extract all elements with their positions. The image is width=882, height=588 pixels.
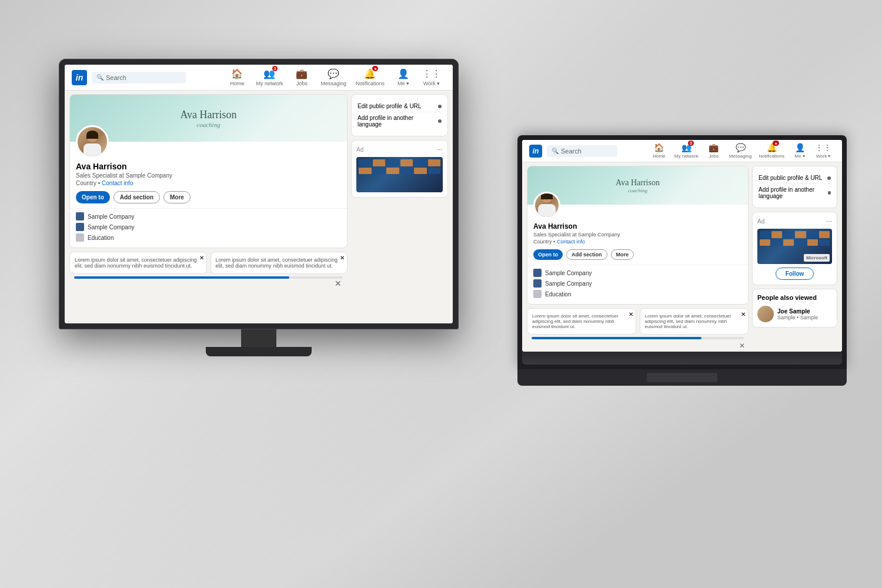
people-title-laptop: People also viewed [757, 294, 832, 301]
close-button-desktop[interactable]: ✕ [333, 279, 343, 288]
nav-home-laptop[interactable]: 🏠 Home [647, 141, 671, 161]
nav-notifications-desktop[interactable]: 🔔● Notifications [351, 66, 389, 89]
people-item-1-laptop[interactable]: Joe Sample Sample • Sample [757, 306, 832, 322]
contact-info-link-desktop[interactable]: Contact info [102, 180, 133, 186]
add-language-item-desktop[interactable]: Add profile in another language [358, 112, 442, 130]
nav-jobs-laptop[interactable]: 💼 Jobs [702, 141, 726, 161]
me-icon-laptop: 👤 [795, 143, 805, 152]
nav-jobs-label-desktop: Jobs [296, 81, 308, 86]
cover-name-desktop: Ava Harrison [180, 109, 236, 121]
left-panel-desktop: Ava Harrison coaching [69, 94, 348, 293]
exp-icon-1-desktop [76, 212, 84, 220]
people-name-1-laptop: Joe Sample [777, 308, 818, 315]
laptop-device: in 🔍 Search 🏠 Home 👥3 [517, 135, 847, 386]
ad-card-laptop: Ad ··· [752, 212, 837, 285]
avatar-hair-laptop [541, 192, 553, 199]
nav-home-desktop[interactable]: 🏠 Home [223, 66, 251, 89]
search-icon-desktop: 🔍 [96, 74, 103, 81]
edit-profile-item-laptop[interactable]: Edit public profile & URL [759, 172, 831, 184]
nav-me-laptop[interactable]: 👤 Me ▾ [788, 141, 811, 161]
search-text-laptop: Search [561, 148, 582, 155]
avatar-desktop [76, 125, 109, 158]
edit-profile-item-desktop[interactable]: Edit public profile & URL [358, 101, 442, 112]
nav-me-desktop[interactable]: 👤 Me ▾ [389, 66, 417, 89]
experience-items-desktop: Sample Company Sample Company Education [70, 208, 347, 248]
cover-name-laptop: Ava Harrison [616, 178, 660, 188]
right-panel-desktop: Edit public profile & URL Add profile in… [351, 94, 448, 293]
notifications-icon-desktop: 🔔● [364, 68, 376, 79]
info-card-1-desktop: Lorem ipsum dolor sit amet, consectetuer… [69, 252, 207, 274]
ad-dots-menu-desktop[interactable]: ··· [437, 145, 443, 153]
linkedin-logo-desktop[interactable]: in [72, 70, 87, 85]
laptop-touchpad[interactable] [647, 373, 717, 382]
nav-messaging-label-desktop: Messaging [320, 81, 346, 86]
nav-work-laptop[interactable]: ⋮⋮ Work ▾ [811, 141, 835, 161]
add-language-item-laptop[interactable]: Add profile in another language [759, 184, 831, 202]
info-card-1-close-desktop[interactable]: ✕ [199, 255, 204, 261]
add-section-button-desktop[interactable]: Add section [113, 191, 160, 203]
follow-button-laptop[interactable]: Follow [776, 268, 814, 280]
exp-icon-3-laptop [533, 290, 542, 298]
search-bar-laptop[interactable]: 🔍 Search [547, 145, 617, 157]
open-to-button-laptop[interactable]: Open to [533, 249, 563, 260]
scrollbar-thumb-laptop [532, 337, 701, 339]
profile-title-laptop: Sales Specialist at Sample Company [533, 232, 742, 238]
exp-text-2-laptop: Sample Company [545, 280, 592, 287]
laptop-lid: in 🔍 Search 🏠 Home 👥3 [517, 135, 847, 369]
add-section-button-laptop[interactable]: Add section [566, 249, 607, 260]
ad-label-laptop: Ad [757, 218, 764, 225]
people-avatar-1-laptop [757, 306, 774, 322]
info-card-1-close-laptop[interactable]: ✕ [629, 311, 633, 318]
exp-item-1-desktop: Sample Company [76, 212, 341, 220]
nav-network-laptop[interactable]: 👥3 My network [671, 141, 702, 161]
linkedin-page-laptop: in 🔍 Search 🏠 Home 👥3 [522, 140, 842, 352]
linkedin-logo-laptop[interactable]: in [529, 145, 542, 158]
info-card-2-text-laptop: Lorem ipsum dolor sit amet, consectetuer… [645, 313, 731, 329]
profile-buttons-laptop: Open to Add section More [533, 249, 742, 260]
contact-info-link-laptop[interactable]: Contact info [557, 239, 585, 245]
add-language-text-laptop: Add profile in another language [759, 186, 828, 199]
content-area-laptop: Ava Harrison coaching [522, 162, 842, 352]
profile-title-desktop: Sales Specialist at Sample Company [76, 172, 341, 179]
nav-messaging-laptop[interactable]: 💬 Messaging [726, 141, 756, 161]
nav-notifications-label-laptop: Notifications [759, 153, 784, 159]
ad-image-laptop: Microsoft [757, 229, 832, 264]
info-card-1-text-desktop: Lorem ipsum dolor sit amet, consectetuer… [75, 257, 197, 269]
nav-messaging-desktop[interactable]: 💬 Messaging [316, 66, 351, 89]
nav-network-label-laptop: My network [674, 153, 699, 159]
nav-jobs-desktop[interactable]: 💼 Jobs [288, 66, 316, 89]
profile-name-desktop: Ava Harrison [76, 162, 341, 171]
nav-network-desktop[interactable]: 👥3 My network [251, 66, 288, 89]
exp-item-1-laptop: Sample Company [533, 269, 742, 277]
ad-dots-menu-laptop[interactable]: ··· [826, 217, 832, 225]
more-button-desktop[interactable]: More [163, 191, 191, 203]
linkedin-page-desktop: in 🔍 Search 🏠 Home 👥3 [65, 65, 453, 323]
close-button-laptop[interactable]: ✕ [739, 342, 745, 350]
nav-work-desktop[interactable]: ⋮⋮ Work ▾ [417, 66, 446, 89]
nav-notifications-laptop[interactable]: 🔔● Notifications [755, 141, 788, 161]
work-icon-desktop: ⋮⋮ [422, 68, 441, 79]
exp-text-3-desktop: Education [88, 235, 113, 241]
info-card-2-desktop: Lorem ipsum dolor sit amet, consectetuer… [211, 252, 348, 274]
ad-card-desktop: Ad ··· [351, 140, 448, 198]
profile-name-laptop: Ava Harrison [533, 222, 742, 230]
nav-work-label-laptop: Work ▾ [816, 153, 831, 159]
scrollbar-thumb-desktop [74, 276, 289, 279]
nav-home-label-laptop: Home [653, 153, 665, 159]
nav-network-label-desktop: My network [256, 81, 283, 86]
more-button-laptop[interactable]: More [611, 249, 634, 260]
info-cards-desktop: Lorem ipsum dolor sit amet, consectetuer… [69, 252, 348, 274]
info-card-2-laptop: Lorem ipsum dolor sit amet, consectetuer… [640, 308, 749, 335]
work-icon-laptop: ⋮⋮ [815, 143, 831, 152]
ad-image-desktop [356, 157, 443, 192]
network-icon-laptop: 👥3 [681, 143, 691, 152]
add-language-text-desktop: Add profile in another language [358, 115, 438, 128]
scrollbar-laptop[interactable] [532, 337, 744, 339]
open-to-button-desktop[interactable]: Open to [76, 191, 110, 203]
scrollbar-desktop[interactable] [74, 276, 343, 279]
search-bar-desktop[interactable]: 🔍 Search [92, 72, 186, 83]
nav-home-label-desktop: Home [230, 81, 244, 86]
info-card-2-close-desktop[interactable]: ✕ [340, 255, 345, 261]
nav-items-desktop: 🏠 Home 👥3 My network 💼 Jobs [223, 66, 446, 89]
info-card-2-close-laptop[interactable]: ✕ [741, 311, 746, 318]
